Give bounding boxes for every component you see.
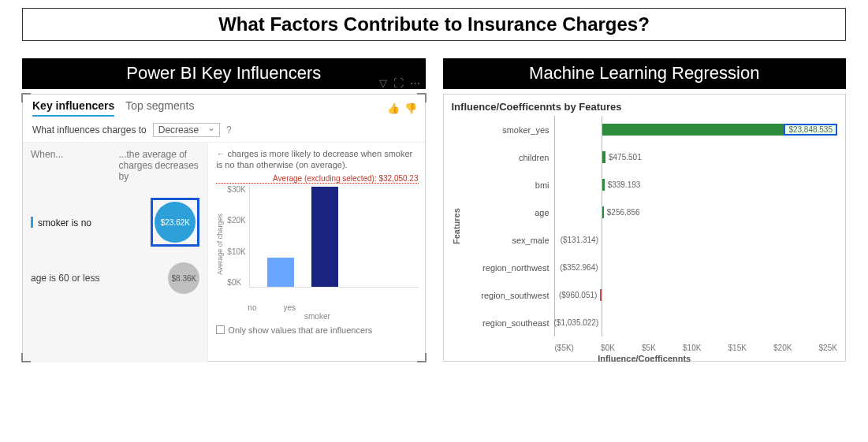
page-title-container: What Factors Contribute to Insurance Cha…	[22, 8, 846, 41]
ml-category-label: age	[461, 208, 549, 217]
thumb-down-icon[interactable]: 👎	[404, 102, 417, 114]
ml-category-label: region_southeast	[461, 318, 549, 328]
ml-xtick: $15K	[728, 344, 747, 352]
ml-category-label: region_northwest	[461, 263, 549, 273]
ml-ylabel: Features	[452, 116, 461, 336]
col-when: When...	[31, 149, 63, 182]
ml-bar-value: $339.193	[605, 180, 644, 189]
ml-bar-row[interactable]: ($352.964)	[555, 262, 602, 273]
influencer-row[interactable]: age is 60 or less $8.36K	[31, 262, 199, 294]
ml-bar-value: ($1,035.022)	[551, 318, 602, 327]
ml-category-label: sex_male	[461, 236, 549, 245]
ml-category-label: smoker_yes	[461, 125, 549, 135]
ml-bar-row[interactable]: ($131.314)	[555, 234, 602, 246]
influencer-detail: charges is more likely to decrease when …	[207, 143, 424, 362]
ml-bar-value-highlighted: $23,848.535	[784, 124, 837, 136]
avg-line-label: Average (excluding selected): $32,050.23	[216, 174, 418, 184]
ml-bar-row[interactable]: $256.856	[602, 206, 837, 218]
bar-yes[interactable]	[311, 187, 338, 286]
checkbox-label: Only show values that are influencers	[228, 325, 372, 335]
more-options-icon[interactable]: ⋯	[410, 77, 420, 89]
ml-plot-area: ($5K)$0K$5K$10K$15K$20K$25K $23,848.535$…	[554, 116, 838, 336]
mini-xlabel: smoker	[216, 312, 418, 321]
question-prefix: What influences charges to	[32, 124, 147, 136]
ml-bar-value: ($960.051)	[556, 291, 600, 299]
mini-bar-chart: Average of charges $30K $20K $10K $0K	[216, 185, 418, 303]
xtick-no: no	[248, 303, 256, 312]
ml-category-label: bmi	[461, 180, 549, 190]
tab-top-segments[interactable]: Top segments	[125, 99, 194, 117]
influencer-value-bubble: $23.62K	[155, 202, 196, 243]
ml-xtick: $20K	[773, 344, 792, 352]
ml-xtick: $5K	[642, 344, 656, 352]
bar-positive	[602, 124, 784, 136]
ml-category-label: children	[461, 153, 549, 162]
ml-bar-row[interactable]: ($960.051)	[555, 289, 602, 301]
ml-xtick: ($5K)	[555, 344, 574, 352]
influencer-label: age is 60 or less	[31, 273, 112, 284]
filter-icon[interactable]: ▽	[379, 77, 387, 89]
powerbi-visual: ▽ ⛶ ⋯ Key influencers Top segments 👍 👎 W…	[22, 94, 426, 362]
mini-ylabel: Average of charges	[216, 185, 224, 303]
ml-bar-row[interactable]: $23,848.535	[602, 124, 837, 136]
ml-bar-value: $475.501	[605, 153, 645, 162]
checkbox-icon	[216, 325, 225, 334]
ml-chart-title: Influence/Coefficennts by Features	[452, 101, 838, 113]
ml-bar-row[interactable]: $475.501	[602, 151, 837, 163]
focus-mode-icon[interactable]: ⛶	[393, 77, 404, 89]
ml-bar-value: $256.856	[604, 208, 643, 217]
page-title: What Factors Contribute to Insurance Cha…	[31, 13, 837, 35]
bar-no[interactable]	[267, 258, 294, 286]
ml-bar-row[interactable]: $339.193	[602, 179, 837, 191]
ml-xtick: $10K	[683, 344, 701, 352]
zero-line	[602, 116, 602, 336]
only-influencers-checkbox[interactable]: Only show values that are influencers	[216, 325, 418, 335]
powerbi-panel: Power BI Key Influencers ▽ ⛶ ⋯ Key influ…	[22, 47, 426, 362]
direction-dropdown[interactable]: Decrease	[153, 123, 220, 137]
mini-y-ticks: $30K $20K $10K $0K	[224, 185, 248, 288]
thumb-up-icon[interactable]: 👍	[387, 102, 400, 114]
ml-xtick: $25K	[819, 344, 837, 352]
ml-category-label: region_southwest	[461, 291, 549, 300]
ml-category-labels: smoker_yeschildrenbmiagesex_maleregion_n…	[461, 116, 554, 336]
xtick-yes: yes	[283, 303, 296, 312]
influencer-list: When... ...the average of charges decrea…	[23, 143, 207, 362]
ml-bar-value: ($352.964)	[557, 263, 601, 272]
ml-header: Machine Learning Regression	[443, 58, 847, 89]
ml-x-ticks: ($5K)$0K$5K$10K$15K$20K$25K	[555, 344, 838, 352]
influencer-label: smoker is no	[31, 217, 112, 228]
ml-chart-box: Influence/Coefficennts by Features Featu…	[443, 94, 847, 362]
detail-text: charges is more likely to decrease when …	[216, 149, 418, 171]
powerbi-header: Power BI Key Influencers	[22, 58, 426, 89]
ml-bar-value: ($131.314)	[557, 236, 602, 244]
tab-key-influencers[interactable]: Key influencers	[32, 99, 114, 117]
col-effect: ...the average of charges decreases by	[118, 149, 199, 182]
influencer-value-bubble: $8.36K	[168, 262, 199, 294]
influencer-row[interactable]: smoker is no $23.62K	[31, 198, 199, 247]
visual-action-icons: ▽ ⛶ ⋯	[379, 77, 420, 89]
ml-panel: Machine Learning Regression Influence/Co…	[443, 47, 847, 362]
help-icon[interactable]: ?	[226, 124, 232, 136]
highlighted-bubble-frame: $23.62K	[151, 198, 199, 247]
ml-xlabel: Influence/Coefficennts	[452, 354, 838, 363]
ml-bar-row[interactable]: ($1,035.022)	[555, 317, 602, 329]
ml-xtick: $0K	[601, 344, 615, 352]
